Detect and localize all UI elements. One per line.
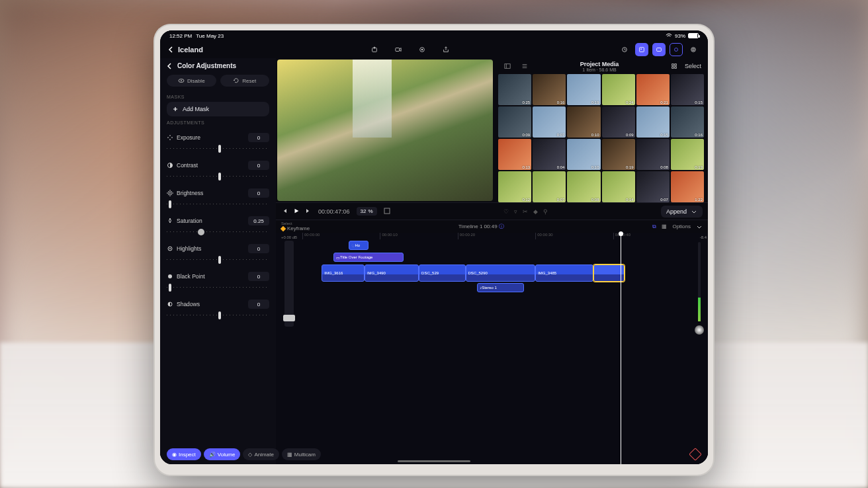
- timeline-clip[interactable]: IMG_3490: [365, 264, 419, 282]
- fullscreen-icon[interactable]: [384, 208, 390, 216]
- media-clip[interactable]: 0:07: [533, 106, 566, 138]
- timecode[interactable]: 00:00:47:06: [318, 208, 350, 215]
- zoom-control[interactable]: 32%: [357, 207, 377, 216]
- media-clip[interactable]: 0:13: [498, 139, 531, 170]
- marker-icon[interactable]: ▿: [514, 208, 517, 215]
- highlights-slider[interactable]: [167, 255, 269, 265]
- contrast-slider[interactable]: [167, 171, 269, 182]
- media-clip[interactable]: 0:07: [533, 171, 566, 202]
- timeline-clip[interactable]: IMG_3616: [322, 264, 365, 282]
- media-clip[interactable]: 0:09: [602, 106, 635, 138]
- media-clip[interactable]: 0:07: [636, 171, 670, 202]
- browser-photo-icon[interactable]: [635, 43, 648, 56]
- media-clip[interactable]: 0:10: [567, 106, 600, 138]
- media-clip[interactable]: 0:19: [602, 139, 635, 170]
- reset-button[interactable]: Reset: [220, 75, 270, 87]
- exposure-slider[interactable]: [167, 143, 269, 154]
- prev-frame-button[interactable]: [281, 208, 288, 216]
- tab-volume[interactable]: 🔊 Volume: [204, 448, 241, 460]
- timeline[interactable]: +0.00 dB 00:00:00 00:00:10 00:00:20 00:0…: [276, 233, 708, 464]
- options-button[interactable]: Options: [672, 224, 691, 229]
- history-icon[interactable]: [618, 43, 631, 56]
- tab-multicam[interactable]: ▦ Multicam: [282, 448, 321, 460]
- media-clip[interactable]: 0:08: [636, 139, 670, 170]
- timeline-clip[interactable]: IMG_3485: [535, 264, 593, 282]
- highlights-icon: [167, 245, 173, 252]
- media-clip[interactable]: 0:12: [498, 171, 531, 202]
- media-clip[interactable]: 0:15: [671, 74, 704, 105]
- timeline-clip[interactable]: DSC_529: [419, 264, 465, 282]
- browser-media-icon[interactable]: [652, 43, 666, 56]
- media-clip[interactable]: 0:21: [636, 74, 670, 105]
- media-clip[interactable]: 1:22: [671, 171, 704, 202]
- append-button[interactable]: Append: [661, 206, 703, 218]
- svg-point-8: [675, 48, 678, 52]
- media-clip[interactable]: 0:14: [602, 171, 635, 202]
- media-clip[interactable]: 0:13: [671, 139, 704, 170]
- next-frame-button[interactable]: [305, 208, 312, 216]
- playhead[interactable]: [621, 233, 621, 464]
- status-time: 12:52 PM: [169, 33, 192, 39]
- brightness-value[interactable]: 0: [248, 188, 269, 198]
- media-clip[interactable]: 0:16: [533, 74, 566, 105]
- clip-duration: 0:09: [522, 133, 530, 137]
- inspector-back[interactable]: Color Adjustments: [167, 62, 269, 69]
- clip-ho[interactable]: ♡Ho: [349, 241, 368, 250]
- audio-clip[interactable]: ♪ Stereo 1: [477, 283, 523, 292]
- settings-icon[interactable]: [687, 43, 700, 56]
- timeline-clip[interactable]: DSC_5290: [466, 264, 536, 282]
- tl-layout-icon[interactable]: ▦: [662, 224, 667, 229]
- select-button[interactable]: Select: [685, 63, 701, 69]
- share-icon[interactable]: [439, 43, 453, 56]
- volume-fader[interactable]: [284, 241, 294, 327]
- media-clip[interactable]: 0:08: [567, 171, 600, 202]
- media-clip[interactable]: 0:25: [498, 74, 531, 105]
- brightness-slider[interactable]: [167, 199, 269, 210]
- highlights-value[interactable]: 0: [248, 244, 269, 253]
- preview-viewer[interactable]: [276, 58, 494, 202]
- play-button[interactable]: [293, 208, 300, 216]
- svg-rect-5: [640, 48, 644, 52]
- keyframe-tool-icon[interactable]: ◆: [533, 208, 538, 215]
- shadows-slider[interactable]: [167, 310, 269, 321]
- snap-icon[interactable]: ⧉: [652, 224, 656, 230]
- media-clip[interactable]: 0:10: [567, 139, 600, 170]
- tab-inspect[interactable]: ◉ Inspect: [167, 448, 201, 460]
- media-clip[interactable]: 0:24: [602, 74, 635, 105]
- camera-icon[interactable]: [392, 43, 405, 56]
- favorite-icon[interactable]: ♡: [503, 208, 509, 215]
- project-title: Iceland: [178, 46, 203, 54]
- saturation-value[interactable]: 0.25: [248, 216, 269, 225]
- link-icon[interactable]: ⚲: [543, 208, 548, 215]
- back-button[interactable]: Iceland: [168, 46, 203, 54]
- import-icon[interactable]: [368, 43, 381, 56]
- jog-wheel[interactable]: [695, 325, 704, 335]
- timeline-ruler[interactable]: 00:00:00 00:00:10 00:00:20 00:00:30 00:0…: [302, 233, 691, 239]
- add-mask-button[interactable]: Add Mask: [167, 102, 269, 116]
- media-clip[interactable]: 0:09: [498, 106, 531, 138]
- voiceover-icon[interactable]: [415, 43, 429, 56]
- highlights-adjustment: Highlights0: [167, 244, 269, 265]
- blackpoint-slider[interactable]: [167, 282, 269, 293]
- title-clip[interactable]: ▭ Title Over Footage: [333, 253, 404, 262]
- shadows-value[interactable]: 0: [248, 300, 269, 309]
- blackpoint-value[interactable]: 0: [248, 272, 269, 281]
- disable-button[interactable]: Disable: [167, 75, 216, 87]
- list-icon[interactable]: [518, 60, 531, 73]
- contrast-value[interactable]: 0: [248, 161, 269, 170]
- saturation-slider[interactable]: [167, 227, 269, 237]
- media-clip[interactable]: 0:04: [533, 139, 566, 170]
- blade-icon[interactable]: ✂: [523, 208, 528, 215]
- timeline-clip-selected[interactable]: [593, 264, 625, 282]
- info-icon[interactable]: ⓘ: [499, 224, 504, 229]
- sidebar-toggle-icon[interactable]: [501, 60, 514, 73]
- exposure-value[interactable]: 0: [248, 133, 269, 142]
- media-clip[interactable]: 0:16: [671, 106, 704, 138]
- media-clip[interactable]: 0:15: [636, 106, 670, 138]
- browser-audio-icon[interactable]: [670, 43, 683, 56]
- tab-animate[interactable]: ◇ Animate: [243, 448, 279, 460]
- keyframe-mode[interactable]: Keyframe: [281, 225, 310, 231]
- grid-icon[interactable]: [668, 60, 681, 73]
- media-clip[interactable]: 0:19: [567, 74, 600, 105]
- home-indicator[interactable]: [398, 460, 470, 462]
